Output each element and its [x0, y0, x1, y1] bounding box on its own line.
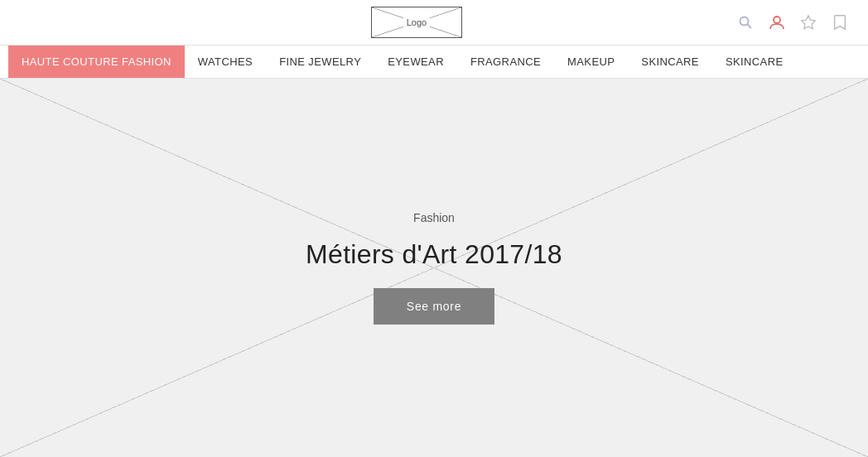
- nav-item-fragrance[interactable]: FRAGRANCE: [457, 46, 554, 78]
- svg-marker-3: [802, 16, 816, 29]
- bookmark-button[interactable]: [828, 11, 851, 34]
- nav-item-makeup[interactable]: MAKEUP: [554, 46, 628, 78]
- nav-item-skincare1[interactable]: SKINCARE: [628, 46, 712, 78]
- nav-item-watches[interactable]: WATCHES: [185, 46, 266, 78]
- svg-line-1: [748, 25, 752, 29]
- logo[interactable]: Logo: [371, 7, 462, 38]
- nav-item-eyewear[interactable]: EYEWEAR: [374, 46, 457, 78]
- nav-item-haute-couture[interactable]: HAUTE COUTURE FASHION: [8, 46, 185, 78]
- logo-container: Logo: [371, 7, 462, 38]
- hero-section: Fashion Métiers d'Art 2017/18 See more: [0, 79, 868, 457]
- header: Logo: [0, 0, 868, 46]
- user-button[interactable]: [765, 11, 788, 34]
- svg-point-0: [740, 17, 749, 26]
- hero-title: Métiers d'Art 2017/18: [306, 239, 562, 270]
- nav-item-fine-jewelry[interactable]: FINE JEWELRY: [266, 46, 374, 78]
- wishlist-button[interactable]: [797, 11, 820, 34]
- svg-point-2: [774, 17, 780, 23]
- hero-category: Fashion: [413, 211, 455, 224]
- see-more-button[interactable]: See more: [374, 288, 494, 325]
- hero-content: Fashion Métiers d'Art 2017/18 See more: [306, 211, 562, 325]
- main-nav: HAUTE COUTURE FASHION WATCHES FINE JEWEL…: [0, 46, 868, 79]
- search-button[interactable]: [734, 11, 757, 34]
- nav-item-skincare2[interactable]: SKINCARE: [712, 46, 797, 78]
- header-icons: [734, 11, 851, 34]
- logo-text: Logo: [403, 17, 430, 28]
